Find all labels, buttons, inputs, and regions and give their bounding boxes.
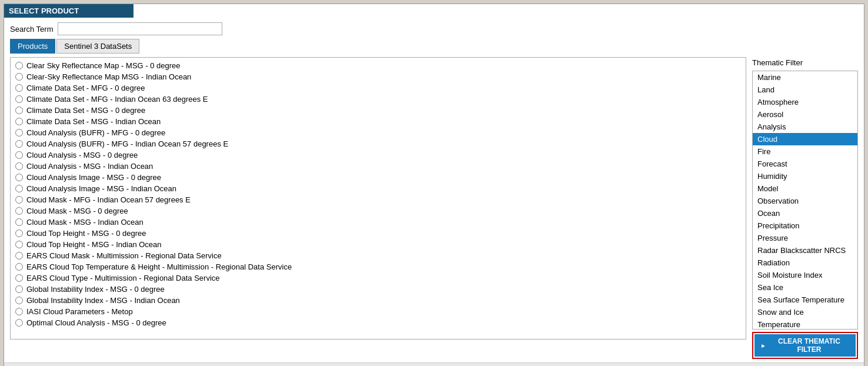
list-item[interactable]: Cloud Analysis - MSG - 0 degree [11, 149, 746, 161]
product-radio[interactable] [15, 196, 23, 204]
product-label: Cloud Analysis (BUFR) - MFG - 0 degree [26, 128, 165, 137]
list-item[interactable]: Clear-Sky Reflectance Map MSG - Indian O… [11, 71, 746, 82]
search-input[interactable] [58, 22, 222, 35]
list-item[interactable]: Cloud Mask - MSG - Indian Ocean [11, 217, 746, 228]
thematic-item[interactable]: Fire [753, 145, 857, 158]
list-item[interactable]: Climate Data Set - MFG - Indian Ocean 63… [11, 94, 746, 105]
list-item[interactable]: Cloud Analysis - MSG - Indian Ocean [11, 161, 746, 172]
thematic-item[interactable]: Cloud [753, 133, 857, 145]
thematic-item[interactable]: Observation [753, 195, 857, 207]
thematic-item[interactable]: Forecast [753, 158, 857, 170]
product-label: Global Instability Index - MSG - 0 degre… [26, 285, 165, 294]
arrow-icon: ► [760, 342, 766, 349]
product-radio[interactable] [15, 73, 23, 81]
thematic-item[interactable]: Sea Surface Temperature [753, 294, 857, 306]
list-item[interactable]: Cloud Analysis Image - MSG - 0 degree [11, 172, 746, 183]
list-item[interactable]: Climate Data Set - MSG - Indian Ocean [11, 116, 746, 127]
product-radio[interactable] [15, 95, 23, 103]
thematic-item[interactable]: Radiation [753, 257, 857, 269]
list-item[interactable]: Cloud Top Height - MSG - 0 degree [11, 228, 746, 239]
product-radio[interactable] [15, 229, 23, 237]
thematic-item[interactable]: Soil Moisture Index [753, 269, 857, 281]
product-label: Climate Data Set - MSG - 0 degree [26, 106, 145, 115]
list-item[interactable]: Cloud Analysis (BUFR) - MFG - Indian Oce… [11, 138, 746, 149]
tab-products[interactable]: Products [10, 39, 55, 54]
list-item[interactable]: Cloud Mask - MFG - Indian Ocean 57 degre… [11, 194, 746, 205]
product-label: Cloud Analysis (BUFR) - MFG - Indian Oce… [26, 139, 228, 148]
list-item[interactable]: Cloud Top Height - MSG - Indian Ocean [11, 239, 746, 250]
title-bar: SELECT PRODUCT [4, 4, 864, 18]
product-radio[interactable] [15, 107, 23, 114]
list-item[interactable]: Clear Sky Reflectance Map - MSG - 0 degr… [11, 60, 746, 71]
list-item[interactable]: Optimal Cloud Analysis - MSG - 0 degree [11, 317, 746, 328]
product-radio[interactable] [15, 297, 23, 304]
search-label: Search Term [10, 25, 53, 34]
thematic-item[interactable]: Land [753, 84, 857, 96]
tabs-row: Products Sentinel 3 DataSets [4, 39, 864, 54]
list-item[interactable]: Global Instability Index - MSG - 0 degre… [11, 284, 746, 295]
list-item[interactable]: Cloud Analysis Image - MSG - Indian Ocea… [11, 183, 746, 194]
product-label: Climate Data Set - MFG - 0 degree [26, 84, 145, 92]
product-radio[interactable] [15, 252, 23, 259]
product-radio[interactable] [15, 185, 23, 192]
thematic-item[interactable]: Analysis [753, 121, 857, 133]
product-radio[interactable] [15, 84, 23, 92]
product-radio[interactable] [15, 118, 23, 125]
thematic-item[interactable]: Model [753, 182, 857, 195]
tab-sentinel3[interactable]: Sentinel 3 DataSets [56, 39, 139, 54]
product-label: Clear-Sky Reflectance Map MSG - Indian O… [26, 72, 191, 81]
product-label: Cloud Analysis - MSG - Indian Ocean [26, 162, 153, 171]
clear-btn-wrapper: ► CLEAR THEMATIC FILTER [752, 332, 858, 359]
product-radio[interactable] [15, 151, 23, 159]
product-radio[interactable] [15, 129, 23, 137]
thematic-item[interactable]: Temperature [753, 318, 857, 330]
list-item[interactable]: Climate Data Set - MFG - 0 degree [11, 82, 746, 94]
product-label: Global Instability Index - MSG - Indian … [26, 296, 180, 305]
product-radio[interactable] [15, 319, 23, 327]
product-label: Cloud Top Height - MSG - Indian Ocean [26, 240, 162, 249]
thematic-item[interactable]: Snow and Ice [753, 306, 857, 318]
product-label: Climate Data Set - MFG - Indian Ocean 63… [26, 95, 208, 104]
list-item[interactable]: Global Instability Index - MSG - Indian … [11, 295, 746, 306]
product-label: EARS Cloud Top Temperature & Height - Mu… [26, 262, 292, 271]
thematic-item[interactable]: Humidity [753, 170, 857, 182]
product-radio[interactable] [15, 174, 23, 181]
list-item[interactable]: Climate Data Set - MSG - 0 degree [11, 105, 746, 116]
product-label: EARS Cloud Type - Multimission - Regiona… [26, 274, 220, 282]
thematic-item[interactable]: Radar Blackscatter NRCS [753, 244, 857, 257]
product-radio[interactable] [15, 263, 23, 271]
thematic-filter-label: Thematic Filter [752, 57, 858, 68]
product-radio[interactable] [15, 274, 23, 282]
thematic-item[interactable]: Ocean [753, 207, 857, 219]
product-radio[interactable] [15, 207, 23, 215]
product-radio[interactable] [15, 241, 23, 248]
thematic-item[interactable]: Pressure [753, 232, 857, 244]
product-label: Clear Sky Reflectance Map - MSG - 0 degr… [26, 61, 181, 70]
product-radio[interactable] [15, 308, 23, 315]
list-item[interactable]: EARS Cloud Top Temperature & Height - Mu… [11, 261, 746, 272]
product-label: Cloud Analysis Image - MSG - Indian Ocea… [26, 184, 176, 193]
product-label: Cloud Top Height - MSG - 0 degree [26, 229, 146, 238]
list-item[interactable]: EARS Cloud Type - Multimission - Regiona… [11, 272, 746, 284]
right-panel: Thematic Filter MarineLandAtmosphereAero… [752, 57, 858, 359]
list-item[interactable]: Cloud Analysis (BUFR) - MFG - 0 degree [11, 127, 746, 138]
clear-btn-label: CLEAR THEMATIC FILTER [769, 337, 850, 354]
thematic-item[interactable]: Marine [753, 71, 857, 84]
list-item[interactable]: IASI Cloud Parameters - Metop [11, 306, 746, 317]
product-radio[interactable] [15, 218, 23, 226]
product-label: Climate Data Set - MSG - Indian Ocean [26, 117, 161, 126]
thematic-item[interactable]: Atmosphere [753, 96, 857, 108]
product-label: Optimal Cloud Analysis - MSG - 0 degree [26, 318, 166, 327]
thematic-item[interactable]: Aerosol [753, 108, 857, 121]
product-radio[interactable] [15, 140, 23, 148]
list-item[interactable]: EARS Cloud Mask - Multimission - Regiona… [11, 250, 746, 261]
list-item[interactable]: Cloud Mask - MSG - 0 degree [11, 205, 746, 217]
product-radio[interactable] [15, 285, 23, 293]
product-radio[interactable] [15, 62, 23, 69]
product-radio[interactable] [15, 162, 23, 170]
thematic-item[interactable]: Precipitation [753, 219, 857, 232]
product-label: Cloud Mask - MSG - Indian Ocean [26, 218, 143, 227]
thematic-item[interactable]: Sea Ice [753, 281, 857, 294]
product-list: Clear Sky Reflectance Map - MSG - 0 degr… [10, 57, 746, 340]
clear-thematic-filter-button[interactable]: ► CLEAR THEMATIC FILTER [755, 334, 856, 357]
